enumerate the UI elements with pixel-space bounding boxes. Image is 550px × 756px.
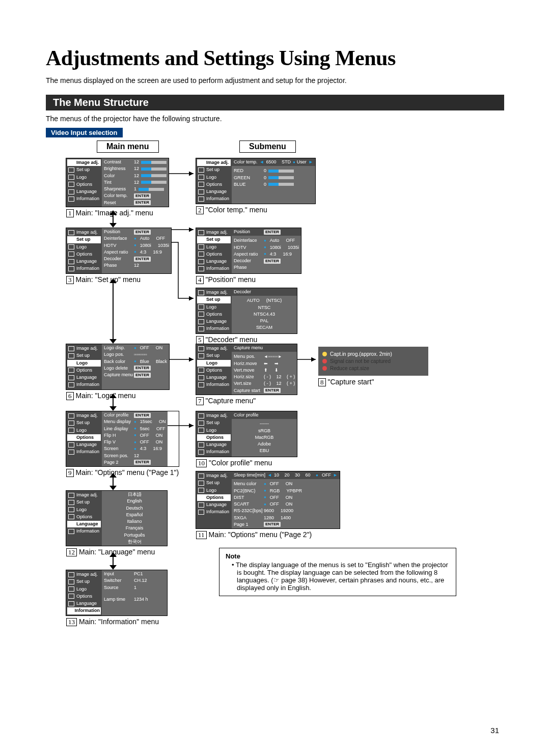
menu-capture: Image adj. Set up Logo Options Language … xyxy=(196,344,297,395)
caption-12: Main: "Language" menu xyxy=(79,548,155,556)
menu-structure-grid: Main menu Submenu xyxy=(46,141,504,675)
caption-11: Main: "Options" menu ("Page 2") xyxy=(209,530,312,539)
sidebar-item-image-adj: Image adj. xyxy=(67,159,101,166)
menu-color-profile: Image adj. Set up Logo Options Language … xyxy=(196,411,297,457)
menu-information: Image adj. Set up Logo Options Language … xyxy=(66,570,167,615)
caption-9: Main: "Options" menu ("Page 1") xyxy=(76,468,179,477)
menu-color-temp: Image adj. Set up Logo Options Language … xyxy=(196,158,315,204)
page-number: 31 xyxy=(490,726,499,735)
caption-8: "Capture start" xyxy=(328,378,374,386)
menu-logo: Image adj. Set up Logo Options Language … xyxy=(66,344,169,389)
col-sub-title: Submenu xyxy=(239,141,296,153)
caption-3: Main: "Set up" menu xyxy=(76,275,141,284)
caption-10: "Color profile" menu xyxy=(209,459,272,467)
caption-6: Main: "Logo" menu xyxy=(76,391,136,400)
col-main-title: Main menu xyxy=(97,141,159,153)
menu-language: Image adj. Set up Logo Options Language … xyxy=(66,491,167,546)
note-box: Note The display language of the menus i… xyxy=(219,548,456,596)
menu-decoder: Image adj. Set up Logo Options Language … xyxy=(196,288,297,333)
page-title: Adjustments and Settings Using Menus xyxy=(46,47,504,69)
caption-4: "Position" menu xyxy=(206,275,256,284)
sidebar: Image adj. Set up Logo Options Language … xyxy=(66,158,102,207)
menu-set-up: Image adj. Set up Logo Options Language … xyxy=(66,228,171,273)
menu-position: Image adj. Set up Logo Options Language … xyxy=(196,228,301,273)
caption-5: "Decoder" menu xyxy=(206,335,258,344)
caption-7: "Capture menu" xyxy=(206,397,256,405)
caption-2: "Color temp." menu xyxy=(206,206,267,214)
intro-text: The menus displayed on the screen are us… xyxy=(46,76,504,85)
panel-capture-start: Capt.in prog.(approx. 2min) Signal can n… xyxy=(318,347,428,376)
section-bar: The Menu Structure xyxy=(46,95,504,110)
menu-options-2: Image adj. Set up Logo Options Language … xyxy=(196,471,340,528)
video-input-tag: Video Input selection xyxy=(46,128,123,137)
structure-note: The menus of the projector have the foll… xyxy=(46,115,504,123)
menu-options-1: Image adj. Set up Logo Options Language … xyxy=(66,411,179,466)
menu-image-adj: Image adj. Set up Logo Options Language … xyxy=(66,158,169,207)
caption-13: Main: "Information" menu xyxy=(79,618,159,626)
